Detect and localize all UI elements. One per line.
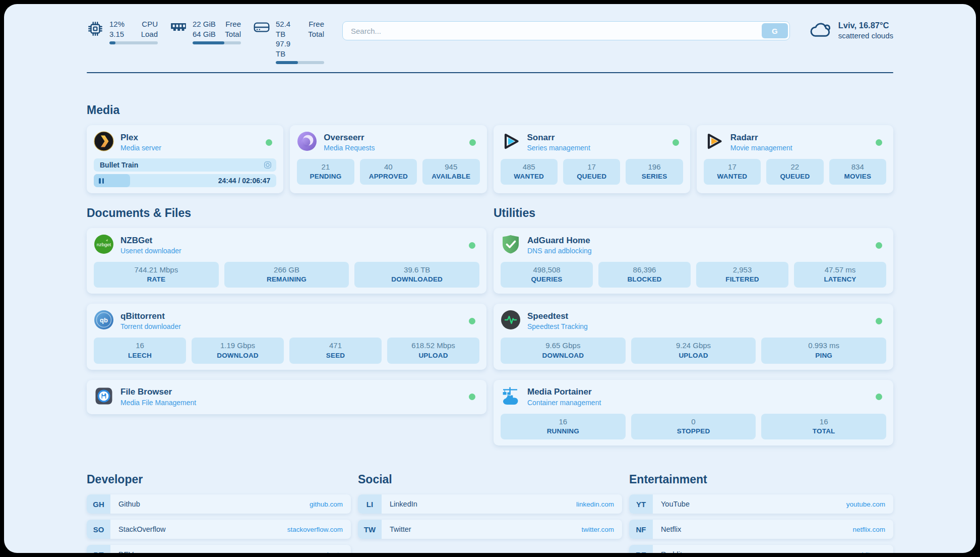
service-name: NZBGet bbox=[120, 235, 181, 246]
stat-label: PING bbox=[763, 351, 884, 360]
status-dot bbox=[876, 242, 882, 249]
bookmark-linkedin[interactable]: LI LinkedIn linkedin.com bbox=[358, 494, 622, 514]
stat-value: 945 bbox=[424, 162, 477, 172]
stat-value: 0 bbox=[633, 417, 754, 427]
service-card-radarr[interactable]: Radarr Movie management 17 WANTED 22 QUE… bbox=[697, 125, 893, 193]
stat-tile: 16 LEECH bbox=[94, 338, 186, 363]
service-name: AdGuard Home bbox=[527, 235, 592, 246]
cpu-progress-fill bbox=[109, 41, 115, 44]
disk-free-value: 52.4 TB bbox=[276, 19, 301, 39]
stat-value: 2,953 bbox=[698, 265, 786, 275]
service-card-filebrowser[interactable]: File Browser Media File Management bbox=[87, 380, 486, 414]
stat-label: DOWNLOADED bbox=[356, 275, 477, 284]
stat-value: 16 bbox=[763, 417, 884, 427]
status-dot bbox=[266, 139, 272, 146]
stat-value: 17 bbox=[706, 162, 759, 172]
stat-label: RUNNING bbox=[503, 427, 624, 436]
service-card-portainer[interactable]: Media Portainer Container management 16 … bbox=[494, 380, 893, 445]
cpu-icon bbox=[87, 20, 104, 39]
cpu-load-value: 3.15 bbox=[109, 29, 124, 39]
bookmark-name: Reddit bbox=[661, 550, 682, 553]
stat-tile: 22 QUEUED bbox=[766, 159, 823, 185]
dashboard-page: 12% 3.15 CPU Load bbox=[4, 4, 976, 553]
overseerr-icon bbox=[297, 131, 317, 153]
section-title-documents: Documents & Files bbox=[87, 206, 486, 220]
resource-widgets: 12% 3.15 CPU Load bbox=[87, 19, 324, 64]
bookmark-reddit[interactable]: RE Reddit reddit.com bbox=[629, 545, 893, 553]
stat-value: 471 bbox=[291, 341, 380, 351]
service-description: Media server bbox=[120, 143, 161, 152]
stat-label: APPROVED bbox=[362, 172, 415, 181]
stat-tile: 9.24 Gbps UPLOAD bbox=[631, 338, 756, 363]
stat-tile: 39.6 TB DOWNLOADED bbox=[354, 262, 479, 288]
stat-label: BLOCKED bbox=[600, 275, 689, 284]
cpu-label-2: Load bbox=[141, 29, 158, 39]
service-card-plex[interactable]: Plex Media server Bullet Train bbox=[87, 125, 283, 193]
search-provider-button[interactable]: G bbox=[762, 23, 788, 38]
cloud-icon bbox=[809, 20, 832, 40]
stat-label: UPLOAD bbox=[389, 351, 477, 360]
service-card-overseerr[interactable]: Overseerr Media Requests 21 PENDING 40 A… bbox=[290, 125, 486, 193]
stat-label: RATE bbox=[96, 275, 217, 284]
stat-value: 9.24 Gbps bbox=[633, 341, 754, 351]
stat-tile: 16 RUNNING bbox=[501, 414, 626, 439]
section-entertainment: Entertainment YT YouTube youtube.com NF … bbox=[629, 473, 893, 553]
service-description: DNS and adblocking bbox=[527, 246, 592, 255]
memory-progress-track bbox=[193, 41, 241, 44]
service-card-sonarr[interactable]: Sonarr Series management 485 WANTED 17 Q… bbox=[494, 125, 690, 193]
svg-text:qb: qb bbox=[100, 316, 108, 324]
bookmark-dev[interactable]: DT DEV dev.to bbox=[87, 545, 351, 553]
stat-label: LEECH bbox=[96, 351, 184, 360]
stat-value: 22 bbox=[768, 162, 821, 172]
bookmark-url: github.com bbox=[310, 500, 351, 508]
bookmark-twitter[interactable]: TW Twitter twitter.com bbox=[358, 520, 622, 539]
service-name: File Browser bbox=[120, 386, 196, 398]
bookmark-abbr: NF bbox=[629, 520, 653, 539]
disk-label-2: Total bbox=[308, 29, 324, 39]
stat-label: TOTAL bbox=[763, 427, 884, 436]
service-name: Media Portainer bbox=[527, 386, 601, 398]
service-name: Radarr bbox=[730, 132, 792, 143]
service-description: Series management bbox=[527, 143, 590, 152]
bookmark-youtube[interactable]: YT YouTube youtube.com bbox=[629, 494, 893, 514]
stat-tile: 485 WANTED bbox=[501, 159, 558, 185]
service-card-nzbget[interactable]: nzbget NZBGet Usenet downloader 744.21 M… bbox=[87, 228, 486, 294]
bookmark-github[interactable]: GH Github github.com bbox=[87, 494, 351, 514]
service-description: Usenet downloader bbox=[120, 246, 181, 255]
stat-tile: 1.19 Gbps DOWNLOAD bbox=[192, 338, 284, 363]
service-card-speedtest[interactable]: Speedtest Speedtest Tracking 9.65 Gbps D… bbox=[494, 304, 893, 369]
service-description: Torrent downloader bbox=[120, 322, 181, 331]
section-title-developer: Developer bbox=[87, 473, 351, 486]
stat-tile: 40 APPROVED bbox=[360, 159, 417, 185]
search-input[interactable] bbox=[343, 22, 760, 40]
weather-location-temp: Lviv, 16.87°C bbox=[838, 20, 893, 31]
service-description: Media Requests bbox=[324, 143, 375, 152]
topbar-divider bbox=[87, 72, 893, 73]
stat-value: 0.993 ms bbox=[763, 341, 884, 351]
section-media: Media Plex Media server bbox=[87, 103, 893, 193]
service-name: Sonarr bbox=[527, 132, 590, 143]
stat-label: UPLOAD bbox=[633, 351, 754, 360]
bookmark-netflix[interactable]: NF Netflix netflix.com bbox=[629, 520, 893, 539]
radarr-icon bbox=[704, 131, 724, 153]
disk-progress-fill bbox=[276, 61, 298, 64]
service-card-adguard[interactable]: AdGuard Home DNS and adblocking 498,508 … bbox=[494, 228, 893, 294]
section-title-social: Social bbox=[358, 473, 622, 486]
stat-tile: 9.65 Gbps DOWNLOAD bbox=[501, 338, 626, 363]
stat-label: AVAILABLE bbox=[424, 172, 477, 181]
bookmark-abbr: YT bbox=[629, 494, 653, 514]
bookmark-stackoverflow[interactable]: SO StackOverflow stackoverflow.com bbox=[87, 520, 351, 539]
qbittorrent-icon: qb bbox=[94, 310, 114, 332]
bookmark-name: Github bbox=[118, 500, 140, 508]
session-info-icon[interactable] bbox=[263, 160, 272, 170]
stat-label: DOWNLOAD bbox=[503, 351, 624, 360]
service-card-qbittorrent[interactable]: qb qBittorrent Torrent downloader 16 LEE… bbox=[87, 304, 486, 369]
memory-progress-fill bbox=[193, 41, 224, 44]
stat-label: WANTED bbox=[503, 172, 556, 181]
bookmark-name: Netflix bbox=[661, 525, 681, 533]
stat-label: STOPPED bbox=[633, 427, 754, 436]
plex-icon bbox=[94, 131, 114, 153]
stat-value: 618.52 Mbps bbox=[389, 341, 477, 351]
service-description: Speedtest Tracking bbox=[527, 322, 588, 331]
stat-value: 40 bbox=[362, 162, 415, 172]
